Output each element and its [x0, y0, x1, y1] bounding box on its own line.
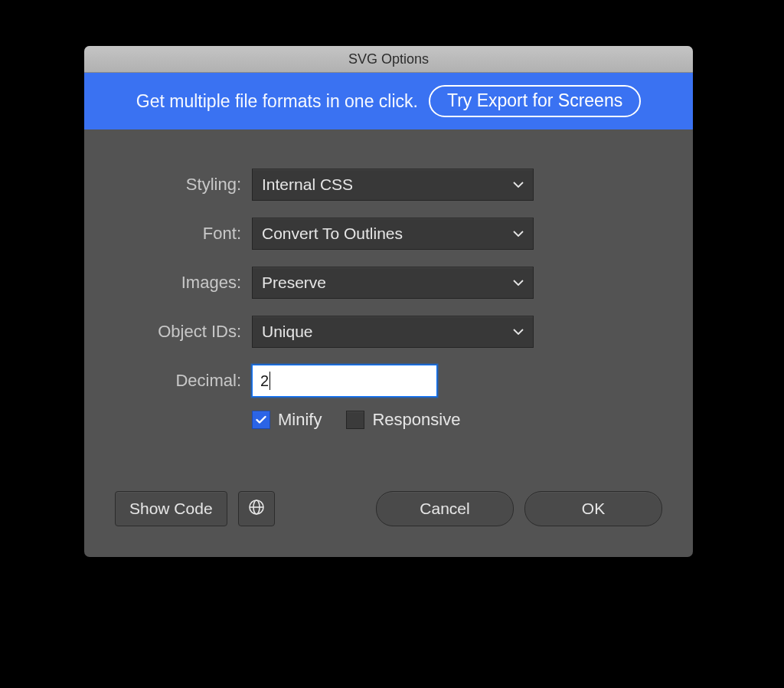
- try-export-label: Try Export for Screens: [447, 90, 622, 110]
- responsive-checkbox[interactable]: [346, 411, 364, 429]
- show-code-label: Show Code: [129, 500, 213, 518]
- object-ids-label: Object IDs:: [115, 322, 252, 342]
- minify-label: Minify: [278, 410, 322, 430]
- dialog-body: Styling: Internal CSS Font: Convert To O…: [84, 129, 693, 491]
- svg-options-dialog: SVG Options Get multiple file formats in…: [84, 46, 693, 557]
- styling-value: Internal CSS: [262, 175, 353, 194]
- text-caret: [270, 372, 270, 390]
- chevron-down-icon: [513, 228, 524, 239]
- styling-select[interactable]: Internal CSS: [252, 169, 534, 201]
- images-value: Preserve: [262, 274, 326, 292]
- try-export-for-screens-button[interactable]: Try Export for Screens: [429, 85, 641, 117]
- ok-label: OK: [582, 500, 605, 518]
- chevron-down-icon: [513, 326, 524, 337]
- font-value: Convert To Outlines: [262, 224, 403, 243]
- ok-button[interactable]: OK: [524, 491, 662, 526]
- web-preview-button[interactable]: [238, 491, 275, 526]
- chevron-down-icon: [513, 179, 524, 190]
- show-code-button[interactable]: Show Code: [115, 491, 227, 526]
- decimal-value: 2: [260, 372, 269, 390]
- dialog-title: SVG Options: [348, 51, 429, 67]
- object-ids-value: Unique: [262, 323, 313, 341]
- banner-text: Get multiple file formats in one click.: [136, 91, 418, 112]
- globe-icon: [248, 499, 265, 519]
- font-select[interactable]: Convert To Outlines: [252, 218, 534, 250]
- dialog-titlebar[interactable]: SVG Options: [84, 46, 693, 73]
- styling-label: Styling:: [115, 175, 252, 195]
- responsive-label: Responsive: [372, 410, 460, 430]
- cancel-button[interactable]: Cancel: [376, 491, 514, 526]
- font-label: Font:: [115, 224, 252, 244]
- dialog-footer: Show Code Cancel OK: [84, 491, 693, 557]
- images-label: Images:: [115, 273, 252, 293]
- cancel-label: Cancel: [420, 500, 469, 518]
- decimal-input[interactable]: 2: [252, 365, 437, 397]
- decimal-label: Decimal:: [115, 371, 252, 391]
- minify-checkbox[interactable]: [252, 411, 270, 429]
- object-ids-select[interactable]: Unique: [252, 316, 534, 348]
- chevron-down-icon: [513, 277, 524, 288]
- images-select[interactable]: Preserve: [252, 267, 534, 299]
- export-banner: Get multiple file formats in one click. …: [84, 73, 693, 129]
